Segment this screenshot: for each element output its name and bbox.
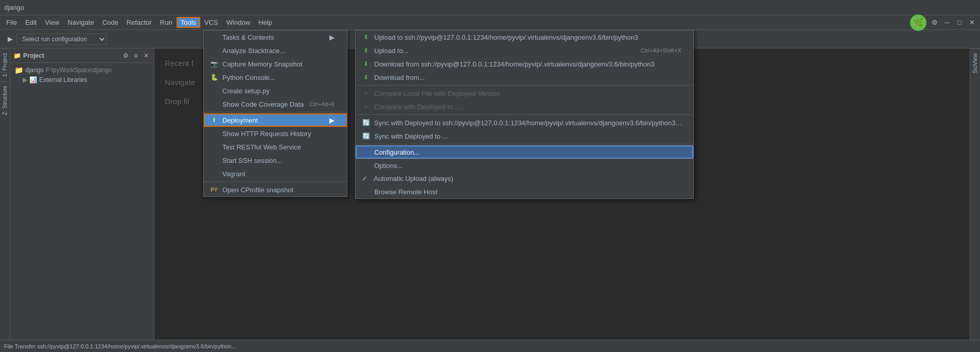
download-icon: ⬇: [362, 73, 370, 81]
menu-edit[interactable]: Edit: [21, 17, 41, 28]
compare-local-label: Compare Local File with Deployed Version: [374, 90, 500, 97]
menu-code[interactable]: Code: [98, 17, 122, 28]
menu-help[interactable]: Help: [254, 17, 276, 28]
project-path-label: F:\pyWorkSpace\django: [46, 66, 112, 74]
sub-item-sync-to[interactable]: 🔄 Sync with Deployed to ...: [356, 129, 693, 143]
sidebar-tab-structure[interactable]: Z: Structure: [0, 81, 10, 119]
deployment-arrow: ▶: [329, 116, 335, 124]
menu-item-analyze-stacktrace[interactable]: Analyze Stacktrace...: [204, 44, 347, 57]
menu-item-start-ssh[interactable]: Start SSH session...: [204, 154, 347, 167]
tasks-icon: [210, 33, 218, 41]
create-setup-icon: [210, 87, 218, 95]
upload-to-shortcut: Ctrl+Alt+Shift+X: [641, 47, 681, 54]
compare-deployed-icon: ≈: [362, 103, 370, 111]
maximize-button[interactable]: □: [953, 16, 966, 29]
sub-item-download-from-ssh[interactable]: ⬇ Download from ssh://pyvip@127.0.0.1:12…: [356, 57, 693, 71]
tasks-arrow: ▶: [329, 33, 335, 41]
project-name-label: django: [25, 66, 44, 74]
sub-separator-3: [356, 144, 693, 144]
sub-item-upload-to-ssh[interactable]: ⬆ Upload to ssh://pyvip@127.0.0.1:1234/h…: [356, 30, 693, 44]
menu-item-capture-memory[interactable]: 📷 Capture Memory Snapshot: [204, 57, 347, 71]
panel-actions: ⚙ ≡ ✕: [121, 51, 151, 60]
external-libs-label: External Libraries: [39, 76, 87, 83]
sync-to-label: Sync with Deployed to ...: [374, 132, 448, 140]
python-console-label: Python Console...: [222, 74, 275, 81]
status-bar: File Transfer ssh://pyvip@127.0.0.1:1234…: [0, 340, 980, 352]
compare-local-icon: ≈: [362, 89, 370, 97]
menu-tools[interactable]: Tools: [177, 17, 200, 28]
http-icon: [210, 129, 218, 138]
ssh-label: Start SSH session...: [222, 157, 282, 164]
title-bar: django: [0, 0, 980, 15]
sub-item-browse-remote-host[interactable]: Browse Remote Host: [356, 185, 693, 198]
menu-separator-2: [204, 181, 347, 182]
options-icon: [362, 161, 370, 170]
panel-title: Project: [23, 52, 44, 59]
download-ssh-icon: ⬇: [362, 60, 370, 68]
menu-refactor[interactable]: Refactor: [122, 17, 156, 28]
menu-run[interactable]: Run: [156, 17, 177, 28]
menu-vcs[interactable]: VCS: [200, 17, 222, 28]
tree-item-django[interactable]: 📁 django F:\pyWorkSpace\django: [10, 65, 154, 75]
sub-item-compare-local: ≈ Compare Local File with Deployed Versi…: [356, 87, 693, 100]
options-label: Options...: [374, 162, 403, 170]
sidebar-tab-project[interactable]: 1: Project: [0, 48, 10, 81]
sub-item-upload-to[interactable]: ⬆ Upload to... Ctrl+Alt+Shift+X: [356, 44, 693, 57]
panel-settings-button[interactable]: ⚙: [121, 51, 130, 60]
run-button[interactable]: ▶: [4, 33, 16, 45]
menu-separator-1: [204, 112, 347, 112]
deployment-label: Deployment: [222, 116, 258, 124]
menu-navigate[interactable]: Navigate: [63, 17, 98, 28]
sub-item-automatic-upload[interactable]: ✓ Automatic Upload (always): [356, 172, 693, 185]
project-panel: 📁 Project ⚙ ≡ ✕ 📁 django F:\pyWorkSpace\…: [10, 48, 154, 340]
coverage-label: Show Code Coverage Data: [222, 100, 304, 108]
menu-bar: File Edit View Navigate Code Refactor Ru…: [0, 15, 980, 30]
configuration-label: Configuration...: [374, 148, 419, 156]
close-button[interactable]: ✕: [966, 16, 978, 29]
upload-to-label: Upload to...: [374, 47, 409, 55]
folder-icon: 📁: [14, 66, 23, 74]
deployment-icon: ⬆: [210, 116, 218, 124]
menu-item-tasks-contexts[interactable]: Tasks & Contexts ▶: [204, 30, 347, 44]
browse-remote-icon: [362, 188, 370, 196]
capture-label: Capture Memory Snapshot: [222, 60, 302, 68]
menu-item-vagrant[interactable]: Vagrant: [204, 167, 347, 180]
menu-item-open-cprofile[interactable]: PY Open CProfile snapshot: [204, 183, 347, 196]
minimize-button[interactable]: ─: [941, 16, 953, 29]
sidebar-tab-sciview[interactable]: SciView: [970, 48, 980, 77]
upload-ssh-icon: ⬆: [362, 33, 370, 41]
menu-item-show-http[interactable]: Show HTTP Requests History: [204, 127, 347, 140]
cprofile-icon: PY: [210, 186, 218, 194]
menu-item-create-setup[interactable]: Create setup.py: [204, 84, 347, 97]
menu-item-show-coverage[interactable]: Show Code Coverage Data Ctrl+Alt+6: [204, 97, 347, 111]
analyze-label: Analyze Stacktrace...: [222, 47, 285, 55]
status-text: File Transfer ssh://pyvip@127.0.0.1:1234…: [4, 343, 236, 349]
sub-item-configuration[interactable]: Configuration...: [356, 145, 693, 159]
coverage-shortcut: Ctrl+Alt+6: [309, 101, 335, 107]
tools-menu: Tasks & Contexts ▶ Analyze Stacktrace...…: [203, 30, 347, 197]
panel-close-button[interactable]: ✕: [142, 51, 151, 60]
title-bar-text: django: [4, 4, 24, 11]
sub-separator-2: [356, 114, 693, 115]
menu-file[interactable]: File: [2, 17, 21, 28]
sub-item-options[interactable]: Options...: [356, 159, 693, 172]
run-config-select[interactable]: Select run configuration: [16, 33, 107, 45]
settings-button[interactable]: ⚙: [929, 16, 941, 29]
sub-item-sync-to-ssh[interactable]: 🔄 Sync with Deployed to ssh://pyvip@127.…: [356, 116, 693, 129]
menu-item-deployment[interactable]: ⬆ Deployment ▶: [204, 113, 347, 127]
menu-window[interactable]: Window: [222, 17, 254, 28]
sub-separator-1: [356, 85, 693, 86]
project-tree: 📁 django F:\pyWorkSpace\django ▶ 📊 Exter…: [10, 63, 154, 340]
tree-item-external-libs[interactable]: ▶ 📊 External Libraries: [10, 75, 154, 85]
menu-view[interactable]: View: [41, 17, 63, 28]
http-label: Show HTTP Requests History: [222, 130, 311, 138]
menu-item-test-restful[interactable]: Test RESTful Web Service: [204, 140, 347, 154]
restful-icon: [210, 143, 218, 151]
panel-sort-button[interactable]: ≡: [131, 51, 141, 60]
checkmark-icon: ✓: [362, 175, 367, 182]
sub-item-download-from[interactable]: ⬇ Download from...: [356, 71, 693, 84]
expand-icon: ▶: [23, 76, 27, 83]
menu-item-python-console[interactable]: 🐍 Python Console...: [204, 71, 347, 84]
create-setup-label: Create setup.py: [222, 87, 270, 95]
download-from-label: Download from...: [374, 74, 425, 81]
